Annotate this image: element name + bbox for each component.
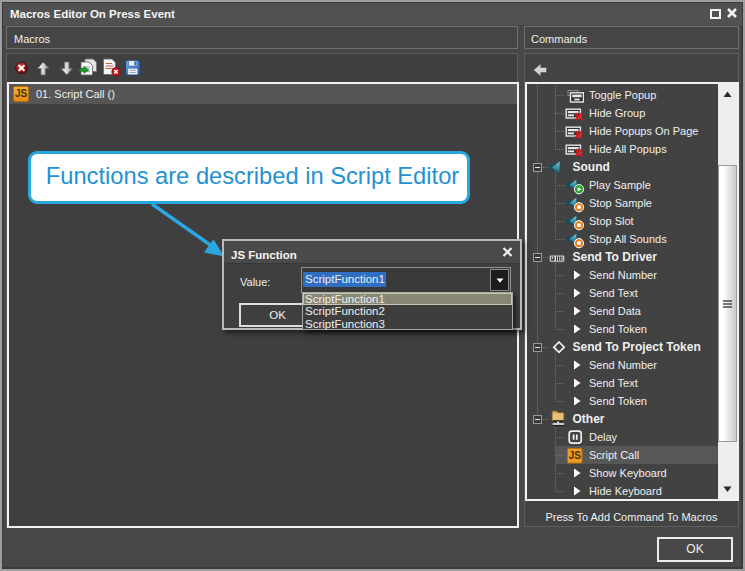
svg-text:JS: JS: [569, 450, 582, 461]
